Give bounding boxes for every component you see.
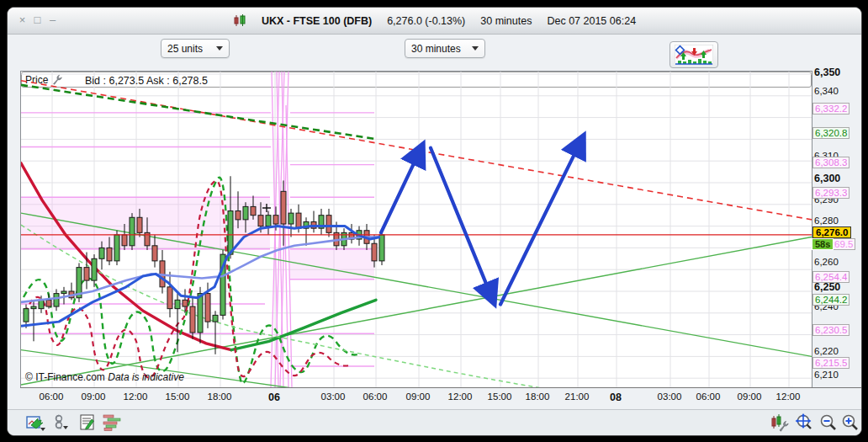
price-axis-label: 6,250 <box>814 281 840 293</box>
timeframe-label: 30 minutes <box>480 15 532 27</box>
time-axis-label: 18:00 <box>208 391 232 402</box>
price-axis-label: 6,332.2 <box>812 103 849 114</box>
timeframe-dropdown[interactable]: 30 minutes <box>405 39 485 58</box>
price-axis-label: 6,308.3 <box>812 157 849 168</box>
bid-ask-label: Bid : 6,273.5 Ask : 6,278.5 <box>85 75 208 87</box>
price-chart-canvas[interactable] <box>21 72 812 387</box>
candlestick-icon <box>233 14 246 27</box>
time-axis-label: 03:00 <box>321 391 346 402</box>
time-axis-label: 09:00 <box>82 391 106 402</box>
units-dropdown[interactable]: 25 units <box>161 39 230 58</box>
price-axis-label: 6,210 <box>814 370 839 380</box>
indicator-button-icon <box>675 45 713 65</box>
time-axis: 06:0009:0012:0015:0018:000603:0006:0009:… <box>20 387 861 406</box>
chevron-down-icon <box>216 46 223 51</box>
price-axis-label: 6,280 <box>814 216 839 226</box>
price-axis-label: 6,320.8 <box>812 127 849 139</box>
notes-button[interactable] <box>77 412 98 434</box>
datetime-label: Dec 07 2015 06:24 <box>547 15 636 27</box>
title-bar: × □ – UKX - FTSE 100 (DFB) 6,276.0 (-0.1… <box>8 8 861 35</box>
time-axis-label: 12:00 <box>448 391 473 402</box>
time-axis-label: 06:00 <box>696 391 721 402</box>
export-chart-button[interactable] <box>24 412 48 434</box>
price-axis-label: 6,220 <box>814 346 839 356</box>
market-depth-button[interactable] <box>100 412 124 434</box>
title-cluster: UKX - FTSE 100 (DFB) 6,276.0 (-0.13%) 30… <box>8 8 861 34</box>
price-axis-label: 6,244.2 <box>812 294 849 306</box>
time-axis-label: 08 <box>610 391 622 403</box>
time-axis-label: 09:00 <box>406 391 431 402</box>
zoom-fit-button[interactable] <box>792 412 816 434</box>
chart-settings-button[interactable] <box>769 412 791 434</box>
time-axis-label: 09:00 <box>738 391 762 402</box>
price-axis: 6,3506,3406,332.26,320.86,3106,308.36,30… <box>812 71 861 386</box>
price-axis-label: 6,254.4 <box>812 271 849 283</box>
zoom-out-button[interactable] <box>818 412 839 434</box>
price-axis-label: 6,350 <box>814 67 840 78</box>
price-axis-label: 6,340 <box>814 86 839 96</box>
countdown-badge: 58s <box>812 238 834 250</box>
price-axis-label: 6,260 <box>814 257 839 267</box>
time-axis-label: 06:00 <box>363 391 388 402</box>
time-axis-label: 18:00 <box>526 391 550 402</box>
links-button[interactable] <box>51 412 73 434</box>
chart-plot-area[interactable]: Price Bid : 6,273.5 Ask : 6,278.5 © IT-F… <box>20 71 812 388</box>
time-axis-label: 03:00 <box>658 391 682 402</box>
price-axis-label: 6,230.5 <box>812 324 849 336</box>
price-axis-label: 6,215.5 <box>812 357 849 369</box>
time-axis-label: 15:00 <box>488 391 512 402</box>
copyright-label: © IT-Finance.com Data is indicative <box>25 371 184 383</box>
symbol-title: UKX - FTSE 100 (DFB) <box>262 15 372 27</box>
time-axis-label: 06:00 <box>40 391 64 402</box>
bottom-toolbar: ◀ ≡ ▶ <box>8 409 861 436</box>
chevron-down-icon <box>472 46 479 51</box>
zoom-in-button[interactable] <box>839 412 861 434</box>
price-axis-label: 6,300 <box>814 173 840 184</box>
indicator-button[interactable] <box>670 41 718 68</box>
controls-row: 25 units 30 minutes <box>8 34 861 67</box>
time-axis-label: 12:00 <box>776 391 801 402</box>
timeframe-dropdown-value: 30 minutes <box>411 43 461 55</box>
chart-window: × □ – UKX - FTSE 100 (DFB) 6,276.0 (-0.1… <box>7 7 862 436</box>
price-axis-label: 6,293.3 <box>812 187 849 199</box>
units-dropdown-value: 25 units <box>167 43 203 55</box>
time-axis-label: 15:00 <box>166 391 190 402</box>
time-axis-label: 06 <box>268 391 280 403</box>
last-price: 6,276.0 (-0.13%) <box>387 15 465 27</box>
current-price-tag: 6,276.0 <box>812 226 851 238</box>
time-axis-label: 12:00 <box>124 391 148 402</box>
time-axis-label: 21:00 <box>565 391 590 402</box>
